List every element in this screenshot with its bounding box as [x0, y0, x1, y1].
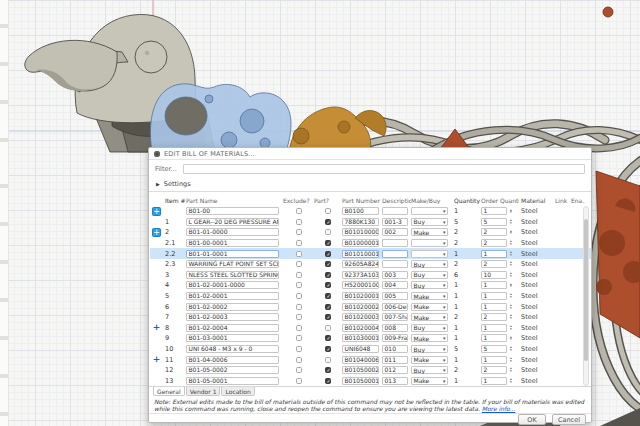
part-name-input[interactable]: B01-01-0001: [186, 250, 279, 258]
expand-toggle-icon[interactable]: +: [153, 323, 161, 332]
make-buy-select[interactable]: Make ▾: [411, 356, 448, 364]
part-checkbox[interactable]: [325, 357, 331, 363]
table-row[interactable]: 1 L GEAR--20 DEG PRESSURE ANGLE 7880K130…: [150, 217, 591, 228]
part-checkbox[interactable]: [325, 219, 331, 225]
part-name-input[interactable]: WARRING FLAT POINT SET SCREW: [186, 260, 279, 268]
spinner-stepper[interactable]: ▴▾: [508, 314, 514, 320]
order-quantity-input[interactable]: 1: [481, 356, 507, 364]
description-input[interactable]: 013: [382, 377, 408, 385]
description-input[interactable]: 009-Frame: [382, 334, 408, 342]
spinner-stepper[interactable]: ▴▾: [508, 261, 514, 267]
description-input[interactable]: 002: [382, 228, 408, 236]
settings-toggle[interactable]: ▶ Settings: [149, 177, 591, 192]
exclude-checkbox[interactable]: [296, 314, 302, 320]
order-quantity-input[interactable]: 1: [481, 250, 507, 258]
table-row[interactable]: 2.2 B01-01-0001 B01010001 ▾ 1 1 ▴▾ Steel: [150, 248, 591, 259]
exclude-checkbox[interactable]: [296, 229, 302, 235]
part-number-input[interactable]: 7880K130: [342, 218, 379, 226]
part-checkbox[interactable]: [325, 346, 331, 352]
make-buy-select[interactable]: Make ▾: [411, 228, 448, 236]
description-input[interactable]: 001-3: [382, 218, 408, 226]
order-quantity-input[interactable]: 1: [481, 334, 507, 342]
part-name-input[interactable]: B01-03-0001: [186, 334, 279, 342]
part-number-input[interactable]: B01030001: [342, 334, 379, 342]
part-name-input[interactable]: B01-01-0000: [186, 228, 279, 236]
make-buy-select[interactable]: ▾: [411, 207, 448, 215]
part-number-input[interactable]: B01020002: [342, 303, 379, 311]
expand-toggle-icon[interactable]: +: [152, 207, 161, 216]
table-row[interactable]: 2.3 WARRING FLAT POINT SET SCREW 92605A8…: [150, 259, 591, 270]
part-checkbox[interactable]: [325, 335, 331, 341]
order-quantity-input[interactable]: 1: [481, 207, 507, 215]
part-checkbox[interactable]: [325, 282, 331, 288]
part-checkbox[interactable]: [325, 229, 331, 235]
order-quantity-input[interactable]: 5: [481, 218, 507, 226]
part-name-input[interactable]: B01-04-0006: [186, 356, 279, 364]
part-name-input[interactable]: B01-02-0004: [186, 324, 279, 332]
part-name-input[interactable]: L GEAR--20 DEG PRESSURE ANGLE: [186, 218, 279, 226]
description-input[interactable]: 005: [382, 292, 408, 300]
part-name-input[interactable]: B01-05-0001: [186, 377, 279, 385]
tab-location[interactable]: Location: [221, 387, 254, 396]
order-quantity-input[interactable]: 1: [481, 292, 507, 300]
spinner-stepper[interactable]: ▴▾: [508, 272, 514, 278]
cancel-button[interactable]: Cancel: [552, 414, 586, 425]
table-row[interactable]: 7 B01-02-0003 B01020003 007-Shaken Make …: [150, 312, 591, 323]
exclude-checkbox[interactable]: [296, 335, 302, 341]
description-input[interactable]: 011: [382, 356, 408, 364]
description-input[interactable]: 003: [382, 271, 408, 279]
part-name-input[interactable]: B01-02-0001: [186, 292, 279, 300]
make-buy-select[interactable]: Make ▾: [411, 292, 448, 300]
part-number-input[interactable]: B01010000: [342, 228, 379, 236]
description-input[interactable]: 012: [382, 366, 408, 374]
more-info-link[interactable]: More info...: [482, 405, 516, 412]
part-checkbox[interactable]: [325, 367, 331, 373]
description-input[interactable]: 006-Default: [382, 303, 408, 311]
order-quantity-input[interactable]: 1: [481, 324, 507, 332]
part-checkbox[interactable]: [325, 240, 331, 246]
part-number-input[interactable]: B01010001: [342, 250, 379, 258]
order-quantity-input[interactable]: 1: [481, 303, 507, 311]
spinner-stepper[interactable]: ▴▾: [508, 209, 514, 215]
description-input[interactable]: 010: [382, 345, 408, 353]
exclude-checkbox[interactable]: [296, 304, 302, 310]
table-row[interactable]: 10 UNI 6048 - M3 x 9 - 0 UNI6048 010 Buy…: [150, 344, 591, 355]
spinner-stepper[interactable]: ▴▾: [508, 325, 514, 331]
exclude-checkbox[interactable]: [296, 208, 302, 214]
table-scrollbar[interactable]: [583, 206, 589, 386]
make-buy-select[interactable]: Make ▾: [411, 313, 448, 321]
table-row[interactable]: 2.1 B01-00-0001 B01000001 ▾ 2 2 ▴▾ Steel: [150, 238, 591, 249]
part-number-input[interactable]: B0100: [342, 207, 379, 215]
spinner-stepper[interactable]: ▴▾: [508, 378, 514, 384]
make-buy-select[interactable]: Buy ▾: [411, 271, 448, 279]
part-number-input[interactable]: B01020001: [342, 292, 379, 300]
spinner-stepper[interactable]: ▴▾: [508, 346, 514, 352]
part-number-input[interactable]: B01000001: [342, 239, 379, 247]
exclude-checkbox[interactable]: [296, 293, 302, 299]
part-name-input[interactable]: NLESS STEEL SLOTTED SPRING PIN: [186, 271, 279, 279]
spinner-stepper[interactable]: ▴▾: [508, 367, 514, 373]
order-quantity-input[interactable]: 1: [481, 377, 507, 385]
order-quantity-input[interactable]: 2: [481, 260, 507, 268]
table-row[interactable]: + 2 B01-01-0000 B01010000 002 Make ▾ 2 2…: [150, 227, 591, 238]
spinner-stepper[interactable]: ▴▾: [508, 230, 514, 236]
order-quantity-input[interactable]: 2: [481, 228, 507, 236]
part-checkbox[interactable]: [325, 208, 331, 214]
order-quantity-input[interactable]: 2: [481, 366, 507, 374]
part-number-input[interactable]: UNI6048: [342, 345, 379, 353]
exclude-checkbox[interactable]: [296, 261, 302, 267]
table-row[interactable]: + 11 B01-04-0006 B01040006 011 Make ▾ 1 …: [150, 354, 591, 365]
description-input[interactable]: 007-Shaken: [382, 313, 408, 321]
table-row[interactable]: 5 B01-02-0001 B01020001 005 Make ▾ 1 1 ▴…: [150, 291, 591, 302]
make-buy-select[interactable]: ▾: [411, 239, 448, 247]
description-input[interactable]: [382, 239, 408, 247]
ok-button[interactable]: OK: [518, 414, 546, 425]
description-input[interactable]: [382, 260, 408, 268]
order-quantity-input[interactable]: 2: [481, 313, 507, 321]
scrollbar-thumb[interactable]: [584, 219, 588, 361]
spinner-stepper[interactable]: ▴▾: [508, 283, 514, 289]
part-name-input[interactable]: B01-02-0002: [186, 303, 279, 311]
part-checkbox[interactable]: [325, 325, 331, 331]
make-buy-select[interactable]: ▾: [411, 250, 448, 258]
make-buy-select[interactable]: Buy ▾: [411, 324, 448, 332]
